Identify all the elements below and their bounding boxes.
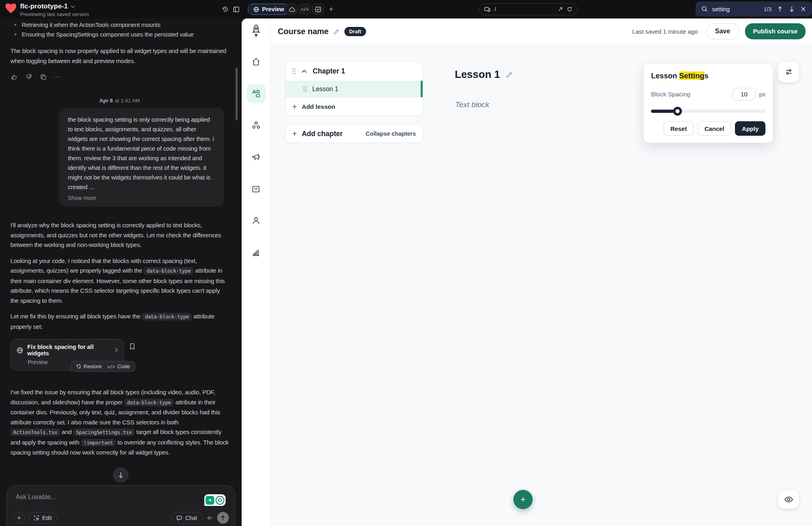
preview-mode-button[interactable]: Preview <box>248 4 290 15</box>
grammarly-icon[interactable]: G <box>216 496 224 505</box>
drag-handle-icon[interactable] <box>292 68 296 74</box>
edit-title-pencil-icon[interactable] <box>333 28 340 35</box>
bookmark-icon[interactable] <box>129 343 135 350</box>
chapter-row[interactable]: Chapter 1 <box>285 61 423 81</box>
plus-icon: + <box>292 103 297 111</box>
settings-toggle-button[interactable] <box>778 61 800 83</box>
inline-code: SpacingSettings.tsx <box>73 428 134 436</box>
project-name: flc-prototype-1 <box>20 2 68 10</box>
nav-community[interactable] <box>246 116 266 135</box>
show-more-link[interactable]: Show more <box>68 195 215 201</box>
inline-code: data-block-type <box>142 313 192 320</box>
url-path[interactable]: / <box>495 6 496 12</box>
send-button[interactable] <box>217 512 229 524</box>
chat-input-box[interactable]: ✦ G + Edit Chat <box>6 485 236 526</box>
add-block-fab[interactable]: + <box>513 490 533 509</box>
nav-marketing[interactable] <box>246 147 266 167</box>
add-chapter-button[interactable]: + Add chapter <box>292 130 343 138</box>
chapters-panel: Chapter 1 Lesson 1 + Add lesson <box>285 61 423 116</box>
device-icon[interactable] <box>484 7 490 12</box>
project-menu[interactable]: flc-prototype-1 Previewing last saved ve… <box>6 2 89 17</box>
add-lesson-button[interactable]: + Add lesson <box>285 97 423 116</box>
search-query[interactable]: setting <box>712 6 760 12</box>
chapter-title[interactable]: Chapter 1 <box>313 67 345 75</box>
add-chapter-bar: + Add chapter Collapse chapters <box>285 124 423 143</box>
list-item: Ensuring the SpacingSettings component u… <box>10 30 229 39</box>
thumbs-up-icon[interactable] <box>10 73 18 81</box>
restore-button[interactable]: Restore <box>76 363 102 369</box>
chat-input[interactable] <box>16 493 168 501</box>
nav-profile[interactable] <box>246 211 266 230</box>
lesson-title[interactable]: Lesson 1 <box>312 86 338 93</box>
cancel-button[interactable]: Cancel <box>698 121 731 136</box>
assistant-paragraph: I've fixed the issue by ensuring that al… <box>10 387 229 458</box>
code-icon: </> <box>301 7 309 12</box>
panel-toggle-icon[interactable] <box>231 4 241 14</box>
project-subtitle: Previewing last saved version <box>20 11 89 17</box>
assistant-paragraph: Let me fix this by ensuring all block ty… <box>10 312 229 332</box>
preview-eye-button[interactable] <box>778 490 799 509</box>
lesson-settings-popover: Lesson Settings Block Spacing px Reset C… <box>643 63 773 143</box>
message-timestamp: Apr 8at 1:41 AM <box>10 98 229 104</box>
url-bar[interactable]: / <box>479 3 578 15</box>
nav-store[interactable] <box>246 179 266 198</box>
chat-mode-button[interactable]: Chat <box>171 512 202 524</box>
app-logo-rocket-icon[interactable] <box>250 24 262 38</box>
find-in-page-bar[interactable]: setting 1/3 <box>696 2 812 16</box>
sliders-icon <box>785 68 793 76</box>
attach-plus-button[interactable]: + <box>13 512 25 524</box>
assistant-paragraph: The block spacing is now properly applie… <box>10 46 229 66</box>
nav-home[interactable] <box>246 52 266 71</box>
code-button[interactable]: </> Code <box>108 363 130 369</box>
apply-button[interactable]: Apply <box>735 121 765 136</box>
code-view-button[interactable]: </> <box>299 4 311 15</box>
previous-match-icon[interactable] <box>776 5 784 13</box>
more-options-icon[interactable]: ··· <box>54 73 61 81</box>
publish-course-button[interactable]: Publish course <box>745 23 806 39</box>
search-highlight: Setting <box>679 71 704 80</box>
screen: flc-prototype-1 Previewing last saved ve… <box>0 0 812 526</box>
slider-thumb[interactable] <box>673 107 682 116</box>
chart-icon <box>315 6 321 12</box>
edit-mode-button[interactable]: Edit <box>28 512 57 524</box>
lesson-heading: Lesson 1 <box>455 68 513 81</box>
nav-analytics[interactable] <box>246 243 266 262</box>
thumbs-down-icon[interactable] <box>25 73 33 81</box>
voice-input-icon[interactable] <box>206 514 214 522</box>
scroll-to-bottom-button[interactable] <box>113 467 128 483</box>
collapse-chapter-icon[interactable] <box>301 69 307 73</box>
shapes-icon <box>251 88 261 99</box>
save-button[interactable]: Save <box>706 23 739 39</box>
drag-handle-icon[interactable] <box>303 86 307 92</box>
lesson-row-selected[interactable]: Lesson 1 <box>285 81 423 97</box>
text-block-placeholder[interactable]: Text block <box>455 100 489 109</box>
copy-icon[interactable] <box>39 73 47 81</box>
search-match-count: 1/3 <box>764 6 771 12</box>
arrow-up-icon <box>220 515 226 521</box>
block-spacing-input[interactable] <box>733 88 755 100</box>
new-tab-plus-icon[interactable]: + <box>326 4 336 14</box>
grammarly-widget[interactable]: ✦ G <box>204 494 226 506</box>
circles-icon <box>251 120 261 130</box>
restore-icon <box>76 364 81 369</box>
nav-courses[interactable] <box>246 84 266 103</box>
cloud-button[interactable] <box>286 4 297 15</box>
close-search-icon[interactable] <box>799 5 807 13</box>
inline-code: data-block-type <box>124 399 174 406</box>
open-external-icon[interactable] <box>558 7 563 12</box>
block-spacing-slider[interactable] <box>651 107 765 115</box>
suggestion-bulb-icon[interactable]: ✦ <box>206 496 214 505</box>
edit-lesson-pencil-icon[interactable] <box>506 71 513 78</box>
speech-bubble-icon <box>176 515 182 521</box>
analytics-button[interactable] <box>312 4 324 15</box>
assistant-bullet-list: Retrieving it when the ActionTools compo… <box>10 20 229 39</box>
next-match-icon[interactable] <box>788 5 796 13</box>
refresh-icon[interactable] <box>567 6 572 12</box>
reset-button[interactable]: Reset <box>663 121 694 136</box>
chat-scrollbar[interactable] <box>236 67 238 120</box>
bullet-dot <box>14 24 16 26</box>
topbar: flc-prototype-1 Previewing last saved ve… <box>0 0 812 18</box>
history-icon[interactable] <box>220 4 230 14</box>
block-spacing-unit: px <box>759 91 765 98</box>
collapse-chapters-button[interactable]: Collapse chapters <box>366 130 416 137</box>
